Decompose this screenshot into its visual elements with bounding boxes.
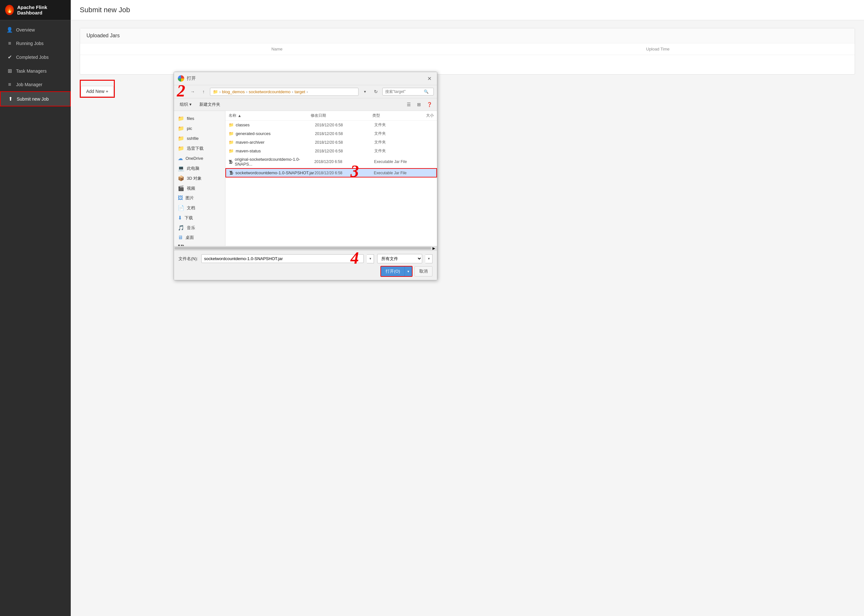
filename-dropdown-btn[interactable]: ▾	[367, 254, 374, 263]
sidebar-doc[interactable]: 📄 文档	[174, 203, 225, 213]
file-date-maven-status: 2018/12/20 6:58	[315, 149, 374, 153]
file-date-classes: 2018/12/20 6:58	[315, 123, 374, 127]
col-header-name[interactable]: 名称 ▲	[229, 113, 311, 118]
sidebar-desktop[interactable]: 🖥 桌面	[174, 233, 225, 242]
folder-video-icon: 🎬	[178, 185, 184, 191]
file-row-gen-sources[interactable]: 📁 generated-sources 2018/12/20 6:58 文件夹	[225, 129, 437, 138]
file-name-maven-status: maven-status	[236, 149, 315, 153]
help-button[interactable]: ❓	[425, 100, 434, 109]
sidebar-label-task-managers: Task Managers	[16, 69, 47, 74]
dialog-left-pane: 📁 files 📁 pic 📁 sshfile 📁 迅雷下载	[174, 111, 225, 246]
sidebar: 🔥 Apache Flink Dashboard 👤 Overview ≡ Ru…	[0, 0, 71, 616]
sidebar-label-job-manager: Job Manager	[16, 82, 42, 87]
sidebar-download[interactable]: ⬇ 下载	[174, 213, 225, 223]
open-button-group[interactable]: 打开(O) ▾	[380, 266, 413, 277]
main-content: Uploaded Jars Name Upload Time Add New +…	[71, 20, 864, 616]
horizontal-scrollbar[interactable]: ▶	[174, 246, 437, 250]
sidebar-item-job-manager[interactable]: ≡ Job Manager	[0, 78, 71, 91]
path-dropdown-button[interactable]: ▾	[360, 87, 369, 96]
file-type-maven-status: 文件夹	[374, 148, 414, 154]
file-row-snapshot-jar[interactable]: 🗜 socketwordcountdemo-1.0-SNAPSHOT.jar 2…	[225, 168, 437, 178]
filename-input[interactable]	[201, 254, 364, 263]
filename-label: 文件名(N):	[179, 256, 198, 262]
organize-button[interactable]: 组织 ▾	[177, 100, 194, 108]
sidebar-music-label: 音乐	[187, 225, 195, 231]
sidebar-pic-label: pic	[187, 126, 192, 131]
up-button[interactable]: ↑	[199, 87, 208, 96]
search-input[interactable]	[385, 90, 424, 94]
sidebar-item-running-jobs[interactable]: ≡ Running Jobs	[0, 37, 71, 50]
add-new-label: Add New +	[86, 89, 108, 94]
sidebar-pic[interactable]: 📁 pic	[174, 123, 225, 134]
footer-filename-row: 文件名(N): ▾ 所有文件 ▾	[179, 254, 432, 263]
sidebar-pic2-label: 图片	[185, 195, 194, 201]
file-row-original-jar[interactable]: 🗜 original-socketwordcountdemo-1.0-SNAPS…	[225, 155, 437, 168]
search-box: 🔍	[382, 88, 434, 96]
folder-doc-icon: 📄	[178, 205, 184, 211]
file-row-maven-status[interactable]: 📁 maven-status 2018/12/20 6:58 文件夹	[225, 147, 437, 155]
sidebar-xunlei[interactable]: 📁 迅雷下载	[174, 143, 225, 153]
cancel-button[interactable]: 取消	[415, 266, 432, 277]
main-area: Submit new Job Uploaded Jars Name Upload…	[71, 0, 864, 616]
app-header: 🔥 Apache Flink Dashboard	[0, 0, 71, 20]
dialog-filelist: 名称 ▲ 修改日期 类型 大小 📁 classes 2018/12/20 6:5…	[225, 111, 437, 246]
sidebar-sshfile[interactable]: 📁 sshfile	[174, 134, 225, 143]
add-new-button[interactable]: Add New +	[81, 86, 114, 97]
filelist-header: 名称 ▲ 修改日期 类型 大小	[225, 111, 437, 121]
address-path-bar: 📁 › blog_demos › socketwordcountdemo › t…	[210, 88, 358, 96]
footer-action-buttons: 打开(O) ▾ 取消	[380, 266, 432, 277]
forward-button[interactable]: →	[188, 87, 197, 96]
add-new-container: Add New +	[80, 80, 115, 98]
sidebar-onedrive[interactable]: ☁ OneDrive	[174, 153, 225, 163]
sidebar-item-submit-job[interactable]: ⬆ Submit new Job	[0, 91, 71, 107]
view-list-button[interactable]: ☰	[404, 100, 413, 109]
file-name-original-jar: original-socketwordcountdemo-1.0-SNAPS..…	[235, 157, 314, 167]
sidebar-item-overview[interactable]: 👤 Overview	[0, 23, 71, 37]
sidebar-pic2[interactable]: 🖼 图片	[174, 193, 225, 203]
panel-body	[80, 55, 855, 74]
open-dropdown-arrow[interactable]: ▾	[405, 267, 412, 275]
back-button[interactable]: ←	[177, 87, 186, 96]
sidebar-3d[interactable]: 📦 3D 对象	[174, 173, 225, 183]
toolbar-right: ☰ ⊞ ❓	[404, 100, 434, 109]
file-type-maven-archiver: 文件夹	[374, 140, 414, 145]
filetype-dropdown-btn[interactable]: ▾	[426, 254, 432, 263]
sidebar-item-completed-jobs[interactable]: ✔ Completed Jobs	[0, 50, 71, 64]
file-row-maven-archiver[interactable]: 📁 maven-archiver 2018/12/20 6:58 文件夹	[225, 138, 437, 147]
sidebar-files[interactable]: 📁 files	[174, 113, 225, 123]
file-type-classes: 文件夹	[374, 122, 414, 127]
dialog-close-button[interactable]: ✕	[426, 75, 433, 82]
sidebar-label-submit-job: Submit new Job	[17, 96, 49, 102]
new-folder-button[interactable]: 新建文件夹	[197, 100, 223, 108]
file-type-gen: 文件夹	[374, 131, 414, 136]
sidebar-item-task-managers[interactable]: ⊞ Task Managers	[0, 64, 71, 78]
sidebar-label-overview: Overview	[16, 27, 35, 33]
file-row-classes[interactable]: 📁 classes 2018/12/20 6:58 文件夹	[225, 121, 437, 129]
file-type-original-jar: Executable Jar File	[374, 159, 414, 164]
dialog-addressbar: ← → ↑ 📁 › blog_demos › socketwordcountde…	[174, 85, 437, 98]
thispc-icon: 💻	[178, 165, 184, 171]
sidebar-sshfile-label: sshfile	[187, 136, 199, 141]
sort-arrow: ▲	[238, 113, 242, 118]
folder-files-icon: 📁	[178, 115, 184, 121]
task-managers-icon: ⊞	[6, 68, 13, 74]
view-tiles-button[interactable]: ⊞	[415, 100, 424, 109]
scroll-right-btn[interactable]: ▶	[431, 246, 436, 250]
path-folder-icon: 📁	[213, 90, 218, 94]
drive-c-icon: 💾	[178, 244, 184, 246]
folder-3d-icon: 📦	[178, 175, 184, 181]
file-date-snapshot-jar: 2018/12/20 6:58	[314, 171, 374, 175]
filetype-select[interactable]: 所有文件	[377, 254, 422, 263]
sidebar-download-label: 下载	[185, 215, 193, 221]
refresh-button[interactable]: ↻	[371, 87, 380, 96]
panel-table-header: Name Upload Time	[80, 43, 855, 55]
sidebar-video[interactable]: 🎬 视频	[174, 183, 225, 193]
sidebar-music[interactable]: 🎵 音乐	[174, 223, 225, 233]
folder-gen-icon: 📁	[229, 131, 234, 136]
sidebar-drive-c[interactable]: 💾 Windows (C:)	[174, 242, 225, 246]
sidebar-label-running-jobs: Running Jobs	[16, 41, 44, 46]
panel-header: Uploaded Jars	[80, 28, 855, 43]
open-button-label: 打开(O)	[381, 267, 405, 276]
sidebar-xunlei-label: 迅雷下载	[187, 146, 204, 151]
sidebar-thispc[interactable]: 💻 此电脑	[174, 163, 225, 173]
